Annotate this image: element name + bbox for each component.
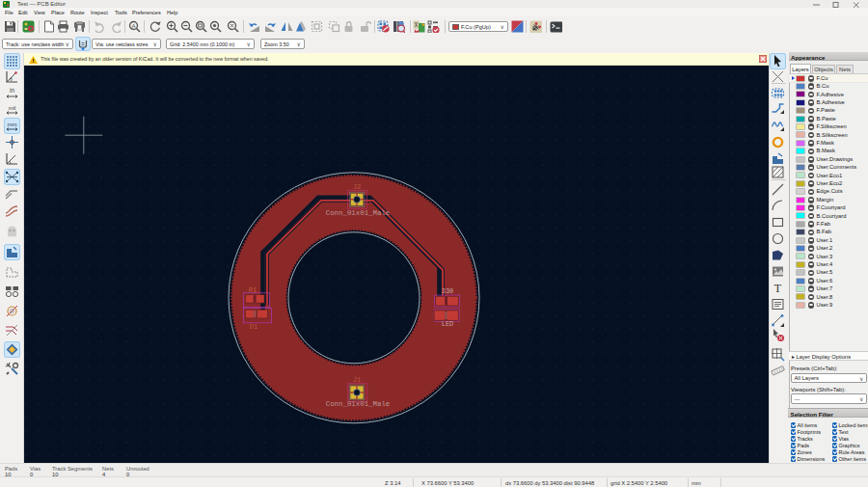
svg-text:J2: J2 [353,183,361,191]
svg-text:θ: θ [10,76,13,82]
svg-text:LED: LED [442,320,454,328]
svg-text:R1: R1 [249,286,257,294]
svg-text:Conn_01x01_Male: Conn_01x01_Male [326,209,391,217]
svg-text:D1: D1 [250,323,258,331]
svg-text:in: in [10,87,14,94]
svg-text:mm: mm [8,122,17,127]
svg-text:J1: J1 [353,376,361,384]
svg-text:Conn_01x01_Male: Conn_01x01_Male [326,400,391,408]
svg-text:330: 330 [442,287,454,295]
svg-text:mil: mil [9,105,16,111]
svg-text:A: A [131,23,135,29]
svg-text:T: T [774,282,782,295]
svg-text:!: ! [33,58,35,64]
